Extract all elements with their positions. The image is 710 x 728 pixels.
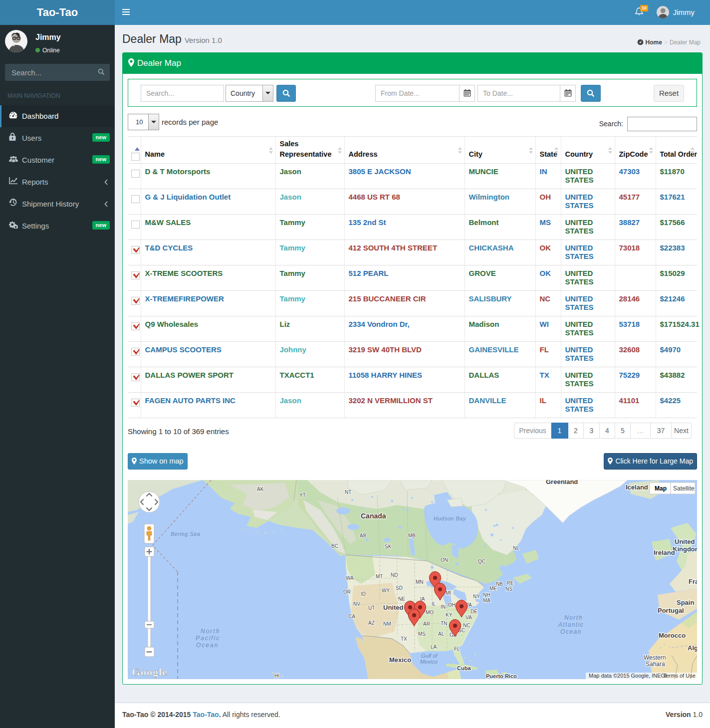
svg-text:SK: SK bbox=[385, 544, 392, 549]
svg-text:ME: ME bbox=[489, 586, 497, 591]
svg-text:MN: MN bbox=[416, 579, 424, 585]
svg-text:NB: NB bbox=[496, 581, 503, 587]
svg-text:Puerto Rico: Puerto Rico bbox=[486, 673, 517, 679]
svg-text:Canada: Canada bbox=[361, 512, 386, 520]
svg-text:Spain: Spain bbox=[677, 599, 694, 606]
svg-text:Morocco: Morocco bbox=[659, 632, 686, 639]
svg-text:ON: ON bbox=[441, 557, 448, 563]
svg-text:Cuba: Cuba bbox=[457, 665, 471, 671]
svg-text:TX: TX bbox=[401, 636, 407, 642]
svg-text:KY: KY bbox=[446, 612, 453, 618]
svg-text:ND: ND bbox=[391, 572, 398, 578]
svg-text:Greenland: Greenland bbox=[546, 480, 578, 485]
svg-text:Sahara: Sahara bbox=[646, 661, 665, 668]
svg-text:MA: MA bbox=[483, 598, 490, 603]
svg-text:NE: NE bbox=[398, 596, 405, 602]
svg-text:AK: AK bbox=[257, 486, 264, 492]
svg-text:IL: IL bbox=[432, 601, 436, 607]
svg-text:NL: NL bbox=[513, 545, 519, 551]
svg-text:AR: AR bbox=[423, 621, 430, 627]
svg-text:Hudson Bay: Hudson Bay bbox=[434, 515, 467, 521]
svg-text:NS: NS bbox=[505, 586, 512, 592]
svg-text:IN: IN bbox=[441, 604, 446, 610]
svg-text:MO: MO bbox=[426, 610, 434, 615]
svg-text:Ocean: Ocean bbox=[196, 642, 219, 649]
svg-text:LA: LA bbox=[431, 644, 437, 650]
svg-text:United: United bbox=[675, 538, 695, 545]
svg-text:PE: PE bbox=[507, 580, 514, 586]
svg-text:Fran: Fran bbox=[689, 578, 697, 585]
svg-text:YT: YT bbox=[299, 492, 306, 498]
svg-text:Map data ©2015 Google, INEGI: Map data ©2015 Google, INEGI bbox=[589, 673, 667, 679]
svg-text:Pacific: Pacific bbox=[196, 635, 220, 642]
svg-text:FL: FL bbox=[454, 646, 460, 652]
svg-text:Mexico: Mexico bbox=[420, 659, 438, 665]
svg-text:ID: ID bbox=[361, 591, 366, 597]
svg-text:Google: Google bbox=[132, 666, 168, 678]
svg-text:NY: NY bbox=[473, 594, 480, 599]
svg-text:North: North bbox=[201, 628, 220, 635]
svg-text:Terms of Use: Terms of Use bbox=[663, 673, 696, 679]
svg-text:NV: NV bbox=[353, 601, 360, 607]
svg-text:NT: NT bbox=[345, 489, 351, 495]
svg-text:Alg: Alg bbox=[688, 644, 697, 652]
svg-text:Bering Sea: Bering Sea bbox=[171, 531, 200, 537]
svg-text:NM: NM bbox=[383, 621, 391, 627]
svg-text:Map: Map bbox=[655, 485, 667, 492]
svg-text:AL: AL bbox=[438, 631, 445, 637]
svg-text:VA: VA bbox=[466, 615, 472, 620]
svg-text:DE: DE bbox=[471, 609, 477, 614]
svg-text:Iceland: Iceland bbox=[626, 484, 648, 491]
svg-text:UT: UT bbox=[368, 605, 375, 611]
svg-text:CA: CA bbox=[348, 614, 355, 619]
svg-text:SD: SD bbox=[396, 585, 403, 591]
svg-text:North: North bbox=[564, 614, 583, 621]
svg-text:Portugal: Portugal bbox=[658, 607, 684, 614]
svg-text:BC: BC bbox=[331, 543, 338, 549]
svg-text:MT: MT bbox=[376, 574, 383, 579]
svg-text:Gulf of: Gulf of bbox=[421, 653, 438, 659]
svg-text:AB: AB bbox=[360, 533, 367, 538]
svg-text:QC: QC bbox=[478, 559, 485, 564]
svg-text:Satellite: Satellite bbox=[673, 485, 695, 492]
svg-text:MS: MS bbox=[418, 631, 426, 637]
svg-text:OH: OH bbox=[448, 602, 456, 608]
svg-text:HI: HI bbox=[274, 673, 279, 679]
svg-text:Western: Western bbox=[644, 654, 666, 661]
svg-text:TN: TN bbox=[441, 621, 447, 626]
svg-text:WA: WA bbox=[346, 575, 354, 581]
svg-text:MB: MB bbox=[408, 533, 416, 538]
svg-text:WY: WY bbox=[382, 588, 390, 593]
svg-text:AZ: AZ bbox=[368, 620, 375, 626]
svg-text:Kingdom: Kingdom bbox=[673, 545, 697, 553]
svg-text:Mexico: Mexico bbox=[389, 656, 411, 664]
svg-text:OR: OR bbox=[343, 589, 351, 595]
svg-text:MI: MI bbox=[446, 590, 451, 596]
svg-text:Ocean: Ocean bbox=[560, 628, 582, 635]
svg-text:NH: NH bbox=[483, 592, 490, 598]
svg-text:Ireland: Ireland bbox=[654, 549, 675, 556]
svg-text:Atlantic: Atlantic bbox=[558, 621, 584, 628]
